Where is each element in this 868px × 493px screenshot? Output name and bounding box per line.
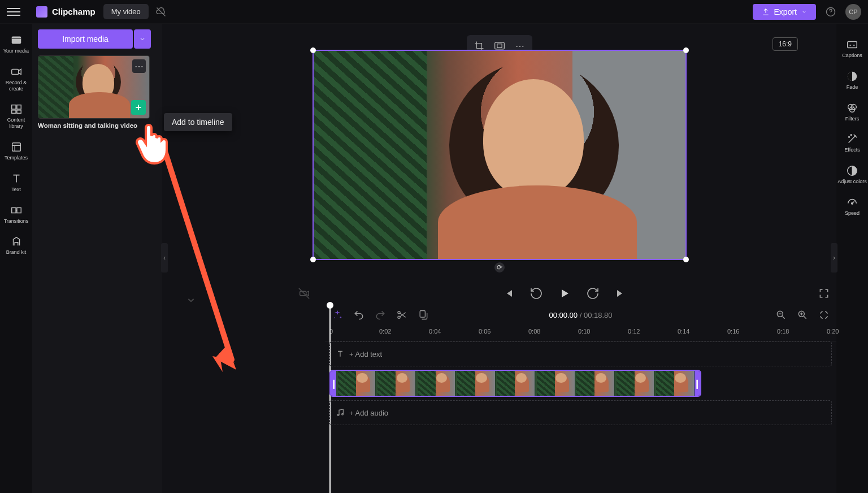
clip-handle-right[interactable]: ❙ (695, 371, 700, 396)
timecode: 00:00.00 / 00:18.80 (549, 311, 612, 319)
rewind-button[interactable] (530, 287, 543, 300)
media-panel: Import media ⋯ + Woman sitting and talki… (32, 24, 162, 493)
svg-rect-17 (420, 311, 425, 318)
import-media-button[interactable]: Import media (38, 29, 133, 49)
nav-text[interactable]: Text (0, 167, 32, 198)
upload-icon (762, 8, 770, 16)
clip-frame (416, 371, 455, 396)
ruler-tick: 0:18 (777, 328, 789, 335)
left-nav-rail: Your media Record & create Content libra… (0, 24, 32, 493)
magic-button[interactable] (332, 309, 343, 321)
add-to-timeline-button[interactable]: + (131, 100, 146, 115)
ruler-tick: 0:02 (379, 328, 391, 335)
nav-brand-kit[interactable]: Brand kit (0, 230, 32, 261)
resize-handle-bl[interactable] (310, 257, 316, 262)
svg-rect-5 (11, 110, 15, 114)
right-properties-rail: Captions Fade Filters Effects Adjust col… (836, 24, 868, 493)
adjust-colors-icon (846, 165, 858, 177)
split-button[interactable] (396, 309, 407, 321)
clip-frame (575, 371, 615, 396)
svg-rect-2 (11, 69, 18, 74)
zoom-fit-button[interactable] (818, 309, 830, 321)
templates-icon (10, 141, 23, 153)
zoom-out-button[interactable] (775, 309, 787, 321)
svg-rect-8 (11, 207, 15, 213)
thumbnail-menu-button[interactable]: ⋯ (132, 59, 146, 73)
prop-fade[interactable]: Fade (836, 64, 868, 96)
svg-point-21 (342, 413, 344, 415)
audio-track[interactable]: + Add audio (329, 400, 832, 425)
redo-button[interactable] (375, 309, 386, 321)
prop-adjust-colors[interactable]: Adjust colors (836, 159, 868, 191)
clip-frame (496, 371, 535, 396)
prop-speed[interactable]: Speed (836, 191, 868, 222)
library-icon (10, 103, 23, 115)
play-button[interactable] (558, 287, 571, 300)
nav-content-library[interactable]: Content library (0, 97, 32, 135)
speed-icon (846, 196, 858, 209)
project-title-tab[interactable]: My video (103, 4, 149, 19)
chevron-down-icon (801, 9, 807, 15)
prop-filters[interactable]: Filters (836, 96, 868, 128)
user-avatar[interactable]: CP (845, 4, 861, 20)
fullscreen-button[interactable] (818, 288, 830, 299)
chevron-down-icon (139, 36, 146, 42)
clip-frame (455, 371, 495, 396)
media-thumbnail[interactable]: ⋯ + (38, 55, 150, 119)
clipchamp-logo-icon (36, 6, 47, 18)
clip-frame (535, 371, 575, 396)
skip-start-button[interactable] (501, 287, 515, 300)
text-icon (336, 349, 345, 358)
ruler-tick: 0:06 (479, 328, 491, 335)
svg-rect-7 (12, 143, 20, 152)
ruler-tick: 0:14 (678, 328, 689, 335)
resize-handle-br[interactable] (683, 257, 689, 262)
music-icon (336, 408, 345, 417)
nav-your-media[interactable]: Your media (0, 28, 32, 60)
svg-rect-22 (848, 42, 857, 48)
svg-rect-3 (11, 105, 15, 109)
export-button[interactable]: Export (753, 4, 816, 20)
svg-point-14 (334, 317, 335, 318)
svg-rect-1 (11, 37, 21, 44)
ruler-tick: 0:12 (628, 328, 640, 335)
undo-button[interactable] (353, 309, 364, 321)
svg-point-27 (849, 137, 850, 138)
help-icon[interactable] (825, 6, 836, 18)
text-track[interactable]: + Add text (329, 341, 832, 366)
sync-off-icon[interactable] (155, 6, 167, 18)
resize-handle-tl[interactable] (310, 47, 316, 53)
nav-templates[interactable]: Templates (0, 135, 32, 167)
forward-button[interactable] (586, 287, 600, 300)
svg-point-20 (337, 414, 339, 416)
svg-rect-11 (497, 44, 501, 48)
prop-effects[interactable]: Effects (836, 127, 868, 159)
thumbnail-caption: Woman sitting and talking video (38, 122, 150, 129)
svg-rect-6 (16, 110, 20, 114)
timeline[interactable]: 00:00.00 / 00:18.80 00:020:040:060:080:1… (325, 304, 836, 493)
skip-end-button[interactable] (614, 287, 628, 300)
hamburger-menu[interactable] (7, 5, 20, 19)
nav-record-create[interactable]: Record & create (0, 60, 32, 98)
collapse-right-panel[interactable]: › (831, 243, 837, 273)
preview-canvas[interactable]: ⟳ (313, 50, 687, 260)
svg-rect-4 (16, 105, 20, 109)
duplicate-button[interactable] (418, 309, 429, 321)
canvas-area: ‹ › ⋯ 16:9 ⟳ (162, 24, 836, 493)
rotate-handle[interactable]: ⟳ (494, 262, 505, 273)
export-label: Export (774, 7, 797, 16)
timeline-ruler[interactable]: 00:020:040:060:080:100:120:140:160:180:2… (325, 326, 836, 341)
video-clip[interactable]: ❙ ❙ (329, 370, 701, 397)
fade-icon (846, 70, 858, 83)
nav-transitions[interactable]: Transitions (0, 198, 32, 230)
collapse-left-panel[interactable]: ‹ (161, 243, 168, 273)
resize-handle-tr[interactable] (683, 47, 689, 53)
import-media-caret[interactable] (134, 29, 151, 49)
clip-handle-left[interactable]: ❙ (331, 371, 336, 396)
voiceover-icon[interactable] (298, 287, 310, 300)
ruler-tick: 0:16 (727, 328, 739, 335)
svg-point-13 (340, 317, 342, 318)
zoom-in-button[interactable] (797, 309, 808, 321)
aspect-ratio-badge[interactable]: 16:9 (772, 37, 798, 51)
prop-captions[interactable]: Captions (836, 33, 868, 64)
